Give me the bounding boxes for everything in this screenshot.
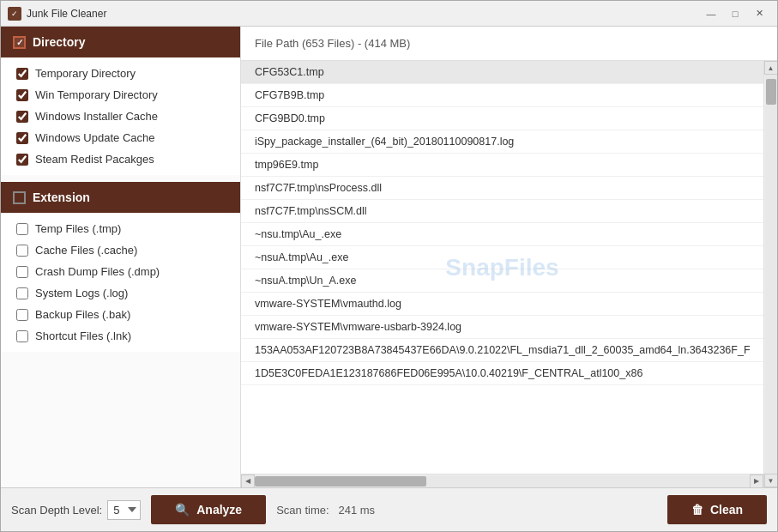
file-path-header: File Path (653 Files) - (414 MB) <box>241 27 777 61</box>
extension-checkbox[interactable] <box>13 191 26 204</box>
temp-dir-checkbox[interactable] <box>16 68 28 80</box>
v-scroll-track[interactable] <box>765 75 777 474</box>
win-update-label: Windows Update Cache <box>35 131 154 144</box>
backup-files-checkbox[interactable] <box>16 309 28 321</box>
cache-files-label: Cache Files (.cache) <box>35 244 137 257</box>
extension-section: Extension Temp Files (.tmp) Cache Files … <box>1 182 240 352</box>
file-list[interactable]: CFG53C1.tmpCFG7B9B.tmpCFG9BD0.tmpiSpy_pa… <box>241 61 763 474</box>
sys-logs-label: System Logs (.log) <box>35 287 128 299</box>
table-row[interactable]: vmware-SYSTEM\vmauthd.log <box>241 293 763 316</box>
h-scroll-track[interactable] <box>255 475 750 487</box>
tmp-files-label: Temp Files (.tmp) <box>35 222 121 235</box>
shortcut-files-label: Shortcut Files (.lnk) <box>35 329 131 342</box>
win-update-checkbox[interactable] <box>16 132 28 144</box>
table-row[interactable]: CFG53C1.tmp <box>241 61 763 84</box>
file-list-inner: CFG53C1.tmpCFG7B9B.tmpCFG9BD0.tmpiSpy_pa… <box>241 61 763 385</box>
extension-section-header[interactable]: Extension <box>1 182 240 213</box>
list-item[interactable]: Windows Installer Cache <box>1 106 240 127</box>
directory-section-header[interactable]: Directory <box>1 27 240 57</box>
trash-icon: 🗑 <box>691 503 703 517</box>
steam-redist-checkbox[interactable] <box>16 154 28 166</box>
analyze-label: Analyze <box>196 503 242 517</box>
win-temp-dir-label: Win Temporary Directory <box>35 88 158 101</box>
vertical-scrollbar[interactable]: ▲ ▼ <box>763 61 777 487</box>
close-button[interactable]: ✕ <box>748 5 770 22</box>
list-item[interactable]: Steam Redist Pacakges <box>1 148 240 170</box>
table-row[interactable]: nsf7C7F.tmp\nsProcess.dll <box>241 177 763 200</box>
list-item[interactable]: Backup Files (.bak) <box>1 304 240 325</box>
tmp-files-checkbox[interactable] <box>16 223 28 235</box>
win-installer-label: Windows Installer Cache <box>35 110 158 123</box>
analyze-button[interactable]: 🔍 Analyze <box>151 495 266 524</box>
right-content: CFG53C1.tmpCFG7B9B.tmpCFG9BD0.tmpiSpy_pa… <box>241 61 777 487</box>
list-item[interactable]: Temporary Directory <box>1 63 240 84</box>
table-row[interactable]: ~nsu.tmp\Au_.exe <box>241 223 763 246</box>
table-row[interactable]: ~nsuA.tmp\Un_A.exe <box>241 269 763 293</box>
list-item[interactable]: Windows Update Cache <box>1 127 240 148</box>
title-bar: ✓ Junk File Cleaner — □ ✕ <box>1 1 777 27</box>
win-installer-checkbox[interactable] <box>16 111 28 123</box>
horizontal-scrollbar[interactable]: ◀ ▶ <box>241 474 763 487</box>
table-row[interactable]: nsf7C7F.tmp\nsSCM.dll <box>241 200 763 223</box>
temp-dir-label: Temporary Directory <box>35 67 136 80</box>
list-item[interactable]: Cache Files (.cache) <box>1 239 240 261</box>
list-item[interactable]: Temp Files (.tmp) <box>1 218 240 239</box>
directory-items: Temporary Directory Win Temporary Direct… <box>1 57 240 175</box>
scan-depth-control: Scan Depth Level: 5 1234 678910 <box>11 500 141 520</box>
app-icon: ✓ <box>8 7 21 21</box>
list-item[interactable]: System Logs (.log) <box>1 282 240 304</box>
shortcut-files-checkbox[interactable] <box>16 330 28 342</box>
clean-label: Clean <box>710 503 743 517</box>
sys-logs-checkbox[interactable] <box>16 287 28 299</box>
cache-files-checkbox[interactable] <box>16 245 28 257</box>
list-item[interactable]: Crash Dump Files (.dmp) <box>1 261 240 282</box>
directory-checkbox[interactable] <box>13 36 26 49</box>
list-item[interactable]: Shortcut Files (.lnk) <box>1 325 240 347</box>
scan-time: Scan time: 241 ms <box>276 504 375 517</box>
footer: Scan Depth Level: 5 1234 678910 🔍 Analyz… <box>1 487 777 531</box>
crash-dump-checkbox[interactable] <box>16 266 28 278</box>
table-row[interactable]: tmp96E9.tmp <box>241 154 763 177</box>
minimize-button[interactable]: — <box>700 5 722 22</box>
extension-label: Extension <box>33 190 90 204</box>
table-row[interactable]: ~nsuA.tmp\Au_.exe <box>241 246 763 269</box>
steam-redist-label: Steam Redist Pacakges <box>35 153 154 166</box>
maximize-button[interactable]: □ <box>724 5 746 22</box>
scroll-left-button[interactable]: ◀ <box>241 475 255 488</box>
right-panel: File Path (653 Files) - (414 MB) CFG53C1… <box>241 27 777 487</box>
table-row[interactable]: CFG9BD0.tmp <box>241 107 763 130</box>
v-scroll-thumb[interactable] <box>766 79 776 105</box>
list-item[interactable]: Win Temporary Directory <box>1 84 240 106</box>
scroll-up-button[interactable]: ▲ <box>764 61 778 75</box>
scroll-down-button[interactable]: ▼ <box>764 474 778 487</box>
crash-dump-label: Crash Dump Files (.dmp) <box>35 265 160 278</box>
h-scroll-thumb[interactable] <box>255 476 426 487</box>
window-title: Junk File Cleaner <box>27 8 700 20</box>
directory-label: Directory <box>33 35 85 49</box>
scan-time-value: 241 ms <box>338 504 375 517</box>
extension-items: Temp Files (.tmp) Cache Files (.cache) C… <box>1 213 240 352</box>
window-controls: — □ ✕ <box>700 5 770 22</box>
table-row[interactable]: vmware-SYSTEM\vmware-usbarb-3924.log <box>241 316 763 339</box>
scan-time-label: Scan time: <box>276 504 329 517</box>
table-row[interactable]: 153AA053AF120723B8A73845437E66DA\9.0.210… <box>241 339 763 362</box>
main-window: ✓ Junk File Cleaner — □ ✕ Directory Temp… <box>0 0 778 532</box>
table-row[interactable]: iSpy_package_installer_(64_bit)_20180110… <box>241 130 763 154</box>
main-content: Directory Temporary Directory Win Tempor… <box>1 27 777 487</box>
scan-depth-select[interactable]: 5 1234 678910 <box>107 500 141 520</box>
clean-button[interactable]: 🗑 Clean <box>667 495 767 524</box>
win-temp-dir-checkbox[interactable] <box>16 89 28 101</box>
search-icon: 🔍 <box>175 503 190 517</box>
scan-depth-label: Scan Depth Level: <box>11 504 102 517</box>
table-row[interactable]: CFG7B9B.tmp <box>241 84 763 107</box>
left-panel: Directory Temporary Directory Win Tempor… <box>1 27 241 487</box>
backup-files-label: Backup Files (.bak) <box>35 308 130 321</box>
table-row[interactable]: 1D5E3C0FEDA1E123187686FED06E995A\10.0.40… <box>241 362 763 385</box>
scroll-right-button[interactable]: ▶ <box>750 475 763 488</box>
